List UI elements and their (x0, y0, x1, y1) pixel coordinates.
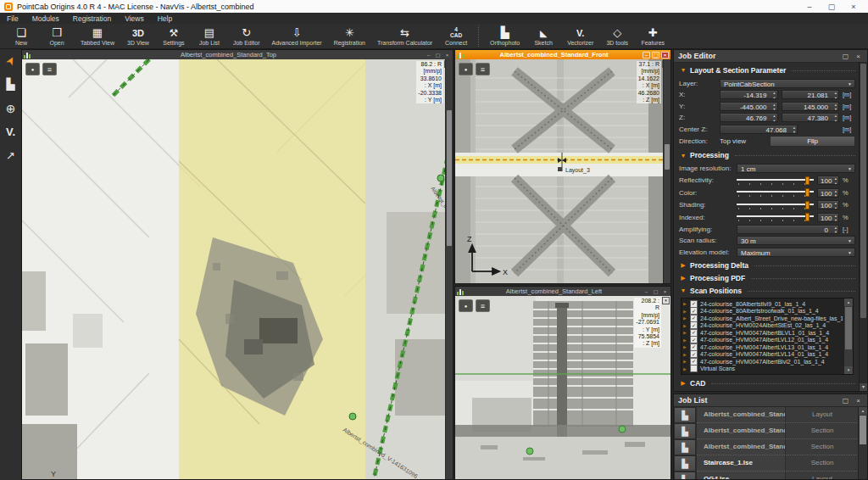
float-panel-icon[interactable]: ▢ (841, 53, 850, 60)
job-list-row[interactable]: Staircase_1.lse Section (674, 455, 859, 471)
viewport-maximize-button[interactable]: ▢ (652, 52, 659, 59)
viewport-minimize-button[interactable]: – (643, 288, 650, 295)
viewport-close-button[interactable]: × (443, 52, 451, 59)
toolbar-button[interactable]: ↻ Job Editor (227, 24, 266, 48)
percent-slider[interactable] (737, 212, 814, 222)
scan-checkbox[interactable]: ✓ (690, 337, 698, 344)
scan-checkbox[interactable]: ✓ (690, 343, 698, 351)
scan-position-marker[interactable] (619, 426, 626, 433)
scan-position-marker[interactable] (526, 448, 533, 455)
section-layout-parameter[interactable]: Layout & Section Parameter (679, 64, 855, 76)
left-view-canvas[interactable]: 208.2 : R [mm/p] -27.0691 : Y [m] 75.585… (455, 296, 670, 479)
menu-item[interactable]: File (0, 14, 25, 23)
scan-position-marker[interactable] (349, 413, 356, 420)
viewport-maximize-button[interactable]: ▢ (652, 288, 659, 295)
scan-radius-dropdown[interactable]: 30 m (737, 236, 855, 245)
window-minimize-button[interactable]: – (804, 3, 815, 11)
expand-arrow-icon[interactable]: ▶ (683, 344, 687, 349)
viewport-front-titlebar[interactable]: Albertst_combined_Standard_Front – ▢ × (455, 50, 670, 59)
scan-checkbox[interactable]: ✓ (690, 358, 698, 366)
range-min-field[interactable]: -445.000 (720, 102, 778, 111)
section-cad[interactable]: CAD (679, 377, 855, 389)
section-processing-delta[interactable]: Processing Delta (679, 259, 855, 271)
expand-arrow-icon[interactable]: ▶ (683, 315, 687, 321)
range-min-field[interactable]: -14.319 (720, 90, 778, 99)
amplifying-field[interactable]: 0 (737, 225, 839, 234)
scan-position-row[interactable]: ▶ ✓ 47-colourise_HVM0047AlbertLVL13_01_l… (683, 343, 843, 351)
toolbar-button[interactable]: ▙ Orthophoto (484, 24, 526, 48)
point-features-icon[interactable]: ↗ (3, 148, 19, 163)
window-close-button[interactable]: × (849, 3, 859, 11)
scan-position-row[interactable]: ▶ ✓ 24-colourise_80Albertstroofwalk_01_l… (683, 308, 843, 315)
scan-position-row[interactable]: ▶ ✓ 47-colourise_HVM0047AlbertLVL12_01_l… (683, 337, 843, 344)
scan-position-row[interactable]: ▶ ✓ Virtual Scans (683, 366, 843, 373)
viewport-left-titlebar[interactable]: Albertst_combined_Standard_Left – ▢ × (455, 287, 670, 296)
scan-list-scrollbar[interactable] (843, 299, 853, 374)
toolbar-button[interactable]: ◇ 3D tools (599, 24, 635, 48)
toolbar-button[interactable]: 3D 3D View (120, 24, 156, 48)
snapshot-icon[interactable] (459, 63, 473, 75)
range-max-field[interactable]: 21.081 (782, 90, 840, 99)
layout-icon[interactable]: ▙ (3, 77, 19, 92)
slider-value-field[interactable]: 100 (817, 200, 839, 209)
toolbar-button[interactable]: ✚ Features (635, 24, 670, 48)
expand-arrow-icon[interactable]: ▶ (683, 309, 687, 314)
menu-item[interactable]: Help (151, 14, 179, 23)
section-processing-pdf[interactable]: Processing PDF (679, 271, 855, 284)
scan-checkbox[interactable]: ✓ (690, 308, 698, 315)
slider-value-field[interactable]: 100 (817, 213, 839, 222)
scan-position-row[interactable]: ▶ ✓ 47-colourise_HVM0047AlbertLVL14_01_l… (683, 351, 843, 359)
menu-item[interactable]: Registration (66, 14, 118, 23)
close-panel-icon[interactable]: × (854, 53, 863, 60)
expand-arrow-icon[interactable]: ▶ (683, 323, 687, 328)
float-panel-icon[interactable]: ▢ (841, 397, 850, 405)
expand-arrow-icon[interactable]: ▶ (683, 301, 687, 306)
top-view-scrollbar[interactable] (445, 59, 453, 479)
layers-icon[interactable] (476, 299, 490, 312)
scan-position-row[interactable]: ▶ ✓ 47-colourise_HVM0047AlbertBLVL1_01_l… (683, 329, 843, 337)
window-maximize-button[interactable]: ▢ (826, 3, 837, 11)
front-view-canvas[interactable]: Layout_3 Z X 37.1 : R [mm/p] 14.1622 : X… (455, 59, 670, 283)
percent-slider[interactable] (737, 200, 814, 210)
percent-slider[interactable] (737, 187, 814, 198)
layers-icon[interactable] (476, 63, 490, 75)
scan-checkbox[interactable]: ✓ (690, 351, 698, 359)
toolbar-button[interactable]: ✳ Registration (328, 24, 371, 48)
toolbar-button[interactable]: ❏ New (3, 24, 39, 48)
toolbar-button[interactable]: 4 CAD Connect (438, 24, 474, 48)
top-view-canvas[interactable]: Albertst_combined_Standard Albertst_comb… (22, 59, 453, 479)
toolbar-button[interactable]: ⚒ Settings (156, 24, 192, 48)
expand-arrow-icon[interactable]: ▶ (683, 352, 687, 357)
scan-checkbox[interactable]: ✓ (690, 300, 698, 308)
focus-icon[interactable]: ⊕ (3, 101, 19, 115)
scan-checkbox[interactable]: ✓ (690, 322, 698, 330)
section-scan-positions[interactable]: Scan Positions (679, 284, 855, 297)
slider-value-field[interactable]: 100 (817, 188, 839, 198)
toolbar-button[interactable]: ◣ Sketch (526, 24, 561, 48)
readout-collapse-button[interactable] (662, 297, 670, 304)
image-resolution-dropdown[interactable]: 1 cm (737, 164, 855, 173)
job-list-row[interactable]: Albertst_combined_Standard Section (674, 439, 859, 455)
close-panel-icon[interactable]: × (854, 397, 863, 405)
flip-button[interactable]: Flip (770, 136, 855, 147)
expand-arrow-icon[interactable]: ▶ (683, 366, 687, 371)
snapshot-icon[interactable] (459, 299, 473, 312)
scan-position-marker[interactable] (437, 175, 444, 181)
elevation-model-dropdown[interactable]: Maximum (737, 248, 855, 257)
expand-arrow-icon[interactable]: ▶ (683, 338, 687, 343)
toolbar-button[interactable]: ⇩ Advanced Importer (266, 24, 328, 48)
toolbar-button[interactable]: V. Vectorizer (561, 24, 599, 48)
menu-item[interactable]: Views (118, 14, 151, 23)
viewport-close-button[interactable]: × (661, 52, 669, 59)
scan-position-row[interactable]: ▶ ✓ 24-colourise_HVM0024AlbertStEst_02_l… (683, 322, 843, 330)
viewport-maximize-button[interactable]: ▢ (434, 52, 442, 59)
scan-checkbox[interactable]: ✓ (690, 315, 698, 322)
toolbar-button[interactable]: ▤ Job List (192, 24, 227, 48)
menu-item[interactable]: Modules (25, 14, 66, 23)
job-editor-header[interactable]: Job Editor ▢ × (674, 50, 867, 63)
center-z-field[interactable]: 47.068 (720, 125, 798, 134)
viewport-close-button[interactable]: × (661, 288, 669, 295)
snapshot-icon[interactable] (25, 63, 40, 75)
range-max-field[interactable]: 47.380 (782, 113, 840, 122)
percent-slider[interactable] (737, 176, 814, 186)
